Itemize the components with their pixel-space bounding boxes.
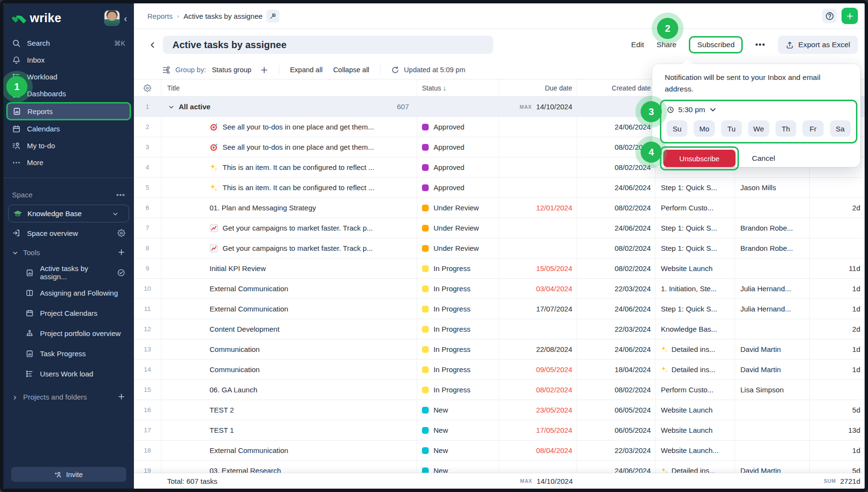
annotation-step-3: 3 <box>641 101 662 122</box>
day-pill-fr[interactable]: Fr <box>802 120 823 137</box>
space-selector[interactable]: Knowledge Base <box>8 205 129 222</box>
sidebar-item-calendars[interactable]: Calendars <box>6 120 131 137</box>
user-avatar[interactable] <box>104 10 120 26</box>
add-grouping-icon[interactable] <box>260 66 268 74</box>
unsubscribe-button[interactable]: Unsubscribe <box>663 150 736 167</box>
day-pill-su[interactable]: Su <box>667 120 687 137</box>
time-selector[interactable]: 5:30 pm <box>667 105 851 114</box>
table-row[interactable]: 18External CommunicationNew08/04/202422/… <box>134 440 865 461</box>
sidebar-item-space-overview[interactable]: Space overview <box>6 224 131 242</box>
table-row[interactable]: 16TEST 2New23/05/202406/05/2024Website L… <box>134 400 865 420</box>
sidebar-collapse-icon[interactable]: ‹ <box>124 13 127 23</box>
breadcrumb-parent[interactable]: Reports <box>147 12 173 20</box>
created-date-cell: 24/06/2024 <box>577 218 656 238</box>
report-title-input[interactable]: Active tasks by assignee <box>163 36 493 54</box>
table-row[interactable]: 10External CommunicationIn Progress03/04… <box>134 279 865 299</box>
task-title-cell: See all your to-dos in one place and get… <box>161 137 417 157</box>
day-pill-sa[interactable]: Sa <box>830 120 851 137</box>
task-title: See all your to-dos in one place and get… <box>223 143 374 151</box>
sidebar-tool-active-tasks[interactable]: Active tasks by assign... <box>6 264 131 281</box>
expander-icon[interactable] <box>168 104 174 110</box>
bell-icon <box>12 56 21 65</box>
task-title: Initial KPI Review <box>210 264 266 272</box>
annotation-step-1: 1 <box>6 76 27 97</box>
sidebar-item-more[interactable]: More <box>6 154 131 171</box>
plus-icon[interactable] <box>118 248 125 256</box>
sidebar-item-label: Search <box>27 39 50 47</box>
create-button[interactable] <box>842 8 858 24</box>
task-title: 01. Plan and Messaging Strategy <box>210 204 316 212</box>
sidebar-group-projects[interactable]: Projects and folders <box>6 388 131 405</box>
table-row[interactable]: 5This is an item. It can be configured t… <box>134 178 865 198</box>
day-pill-we[interactable]: We <box>748 120 769 137</box>
back-button[interactable] <box>145 38 159 52</box>
status-label: Approved <box>434 183 464 192</box>
sidebar-tool-task-progress[interactable]: Task Progress <box>6 345 131 362</box>
table-row[interactable]: 14CommunicationIn Progress09/05/202418/0… <box>134 360 865 380</box>
table-row[interactable]: 12Content DevelopmentIn Progress22/03/20… <box>134 319 865 339</box>
gear-icon[interactable] <box>118 229 125 237</box>
sidebar-tool-project-calendars[interactable]: Project Calendars <box>6 304 131 322</box>
location-cell: Website Launch <box>656 420 735 440</box>
status-label: Under Review <box>434 224 479 232</box>
total-tasks: Total: 607 tasks <box>161 473 417 489</box>
location-cell: Website Launch <box>656 259 735 278</box>
column-header-created[interactable]: Created date <box>577 79 656 96</box>
group-by-value[interactable]: Status group <box>212 66 251 74</box>
export-excel-button[interactable]: Export as Excel <box>778 36 858 54</box>
cancel-button[interactable]: Cancel <box>752 154 775 163</box>
due-date-cell: 12/01/2024 <box>499 198 577 218</box>
sidebar-tool-users-workload[interactable]: Users Work load <box>6 365 131 382</box>
sidebar-item-search[interactable]: Search⌘K <box>6 35 131 52</box>
created-date-cell: 24/06/2024 <box>577 117 656 137</box>
pin-button[interactable] <box>266 10 279 23</box>
table-row[interactable]: 1506. GA LaunchIn Progress08/02/202408/0… <box>134 380 865 400</box>
help-button[interactable] <box>822 9 837 23</box>
table-row[interactable]: 13CommunicationIn Progress22/08/202424/0… <box>134 339 865 360</box>
invite-button[interactable]: Invite <box>11 467 126 482</box>
created-date-cell: 24/06/2024 <box>577 339 656 359</box>
day-pill-mo[interactable]: Mo <box>694 120 714 137</box>
edit-button[interactable]: Edit <box>631 40 644 49</box>
table-row[interactable]: 8Get your campaigns to market faster. Tr… <box>134 238 865 259</box>
add-user-icon <box>54 471 62 479</box>
table-row[interactable]: 17TEST 1New17/05/202406/05/2024Website L… <box>134 420 865 440</box>
sidebar-item-inbox[interactable]: Inbox <box>6 52 131 68</box>
plus-icon[interactable] <box>118 393 125 401</box>
table-settings-gear-icon[interactable] <box>144 84 151 92</box>
refresh-icon[interactable] <box>391 66 399 74</box>
table-row[interactable]: 7Get your campaigns to market faster. Tr… <box>134 218 865 238</box>
subscribed-button[interactable]: Subscribed <box>689 36 743 53</box>
table-row[interactable]: 9Initial KPI ReviewIn Progress15/05/2024… <box>134 259 865 279</box>
chevron-left-icon <box>148 41 157 49</box>
day-pill-tu[interactable]: Tu <box>721 120 742 137</box>
expand-all-button[interactable]: Expand all <box>290 66 323 74</box>
row-number: 3 <box>134 137 161 157</box>
location-label: Step 1: Quick S... <box>661 224 717 232</box>
row-number: 2 <box>134 117 161 137</box>
sidebar-group-tools[interactable]: Tools <box>6 244 131 261</box>
status-cell: In Progress <box>417 259 499 278</box>
more-actions-button[interactable]: ••• <box>755 40 765 49</box>
table-row[interactable]: 601. Plan and Messaging StrategyUnder Re… <box>134 198 865 218</box>
column-header-due[interactable]: Due date <box>499 79 577 96</box>
day-pill-th[interactable]: Th <box>776 120 796 137</box>
sidebar-item-reports[interactable]: Reports <box>6 102 131 120</box>
sidebar-tool-portfolio[interactable]: Project portfolio overview <box>6 324 131 342</box>
sidebar-tool-assigning[interactable]: Assigning and Following <box>6 284 131 301</box>
sidebar-item-my-todo[interactable]: My to-do <box>6 137 131 154</box>
sidebar-item-label: More <box>27 158 43 167</box>
assignee-cell: Lisa Simpson <box>735 380 810 400</box>
column-header-status[interactable]: Status ↓ <box>417 79 499 96</box>
collapse-all-button[interactable]: Collapse all <box>333 66 369 74</box>
task-title-cell: Communication <box>161 339 417 359</box>
assignee-cell <box>735 259 810 278</box>
task-title: TEST 2 <box>210 406 234 414</box>
column-header-title[interactable]: Title <box>161 79 417 96</box>
status-dot <box>422 346 429 353</box>
table-row[interactable]: 11External CommunicationIn Progress17/07… <box>134 299 865 319</box>
task-title-cell: TEST 2 <box>161 400 417 420</box>
space-more-icon[interactable]: ••• <box>116 191 125 199</box>
share-button[interactable]: Share <box>657 40 676 49</box>
due-date-cell <box>499 137 577 157</box>
